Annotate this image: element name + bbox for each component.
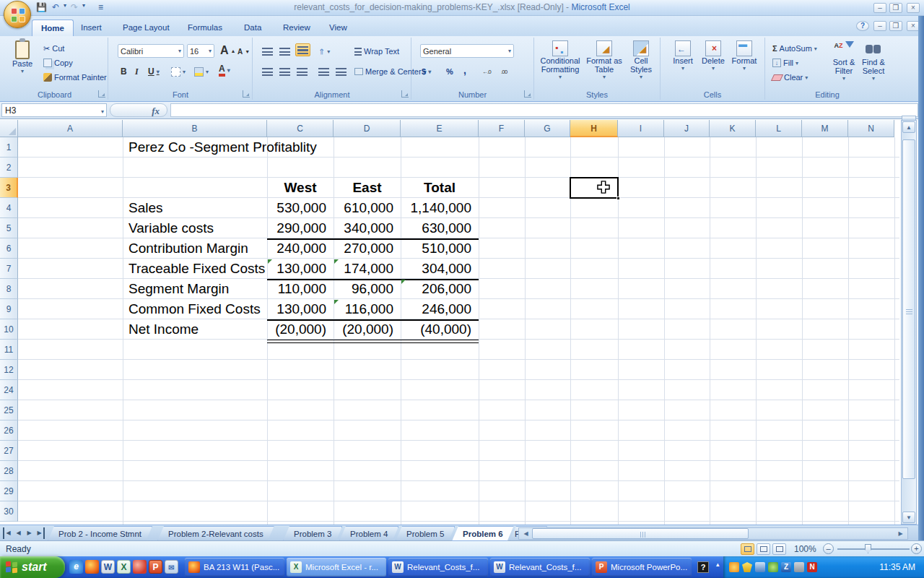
restore-button[interactable]: ❒ <box>889 3 902 13</box>
value-cell[interactable]: 110,000 <box>267 279 334 299</box>
fill-button[interactable]: ↓ Fill ▾ <box>771 56 800 69</box>
active-cell-h3[interactable] <box>570 177 619 199</box>
sheet-tab-prob2-income[interactable]: Prob 2 - Income Stmnt <box>48 526 152 541</box>
col-label-east[interactable]: East <box>334 178 401 198</box>
delete-cells-button[interactable]: × Delete ▾ <box>699 40 727 72</box>
tab-review[interactable]: Review <box>274 20 319 36</box>
workbook-minimize-button[interactable]: – <box>873 21 886 31</box>
first-sheet-icon[interactable]: ◀ <box>3 527 12 539</box>
value-cell[interactable]: 174,000 <box>334 259 401 279</box>
scroll-up-icon[interactable]: ▲ <box>902 121 915 133</box>
value-cell[interactable]: 240,000 <box>267 238 334 259</box>
column-header-l[interactable]: L <box>756 120 802 137</box>
value-cell[interactable]: 630,000 <box>401 218 479 238</box>
decrease-decimal-button[interactable]: .00 <box>500 65 508 78</box>
value-cell[interactable]: 270,000 <box>334 238 401 259</box>
sheet-tab-problem5[interactable]: Problem 5 <box>396 526 455 541</box>
value-cell[interactable]: 130,000 <box>267 299 334 319</box>
value-cell[interactable]: (40,000) <box>401 319 479 340</box>
row-header-2[interactable]: 2 <box>0 158 18 178</box>
font-color-button[interactable]: A ▾ <box>217 64 232 77</box>
powerpoint-icon[interactable]: P <box>149 560 162 574</box>
tray-icon-shield[interactable] <box>742 562 752 572</box>
tab-view[interactable]: View <box>321 20 356 36</box>
close-button[interactable]: × <box>907 3 920 13</box>
zoom-level[interactable]: 100% <box>794 544 816 554</box>
help-icon[interactable]: ? <box>856 21 869 31</box>
tray-icon-3[interactable] <box>755 562 765 572</box>
tray-icon-1[interactable] <box>729 562 739 572</box>
tab-insert[interactable]: Insert <box>72 20 110 36</box>
internet-explorer-icon[interactable]: e <box>69 560 83 574</box>
row-header-24[interactable]: 24 <box>0 380 18 400</box>
sheet-tab-problem4[interactable]: Problem 4 <box>339 526 398 541</box>
column-header-h[interactable]: H <box>570 120 618 137</box>
column-header-e[interactable]: E <box>401 120 479 137</box>
minimize-button[interactable]: – <box>873 3 886 13</box>
wrap-text-button[interactable]: Wrap Text <box>353 45 401 58</box>
column-header-i[interactable]: I <box>618 120 664 137</box>
find-select-button[interactable]: Find & Select ▾ <box>859 40 888 82</box>
zoom-slider-track[interactable] <box>837 548 910 550</box>
value-cell[interactable]: (20,000) <box>267 319 334 340</box>
column-header-k[interactable]: K <box>710 120 756 137</box>
word-icon[interactable]: W <box>101 560 115 574</box>
border-button[interactable]: ▾ <box>170 65 187 78</box>
tray-icon-4[interactable] <box>768 562 778 572</box>
vertical-scrollbar[interactable]: ▲ ▼ <box>901 120 917 525</box>
scroll-down-icon[interactable]: ▼ <box>902 512 915 523</box>
italic-button[interactable]: I <box>134 65 140 78</box>
value-cell[interactable]: 96,000 <box>334 279 401 299</box>
help-tray-icon[interactable]: ? <box>697 561 709 573</box>
horizontal-scrollbar[interactable]: ◀ ▶ <box>518 527 908 540</box>
workbook-restore-button[interactable]: ❒ <box>889 21 902 31</box>
row-header-26[interactable]: 26 <box>0 420 18 441</box>
col-label-total[interactable]: Total <box>401 178 479 198</box>
taskbar-button-excel-active[interactable]: X Microsoft Excel - r... <box>287 558 386 577</box>
column-header-m[interactable]: M <box>802 120 848 137</box>
column-header-n[interactable]: N <box>848 120 894 137</box>
value-cell[interactable]: 290,000 <box>267 218 334 238</box>
increase-decimal-button[interactable]: ←.0 <box>481 65 492 78</box>
excel-icon[interactable]: X <box>117 560 131 574</box>
row-header-29[interactable]: 29 <box>0 481 18 501</box>
scroll-right-icon[interactable]: ▶ <box>895 529 906 538</box>
vertical-scroll-thumb[interactable] <box>902 139 915 479</box>
value-cell[interactable]: (20,000) <box>334 319 401 340</box>
clipboard-dialog-launcher[interactable] <box>98 90 105 98</box>
row-label[interactable]: Contribution Margin <box>128 238 273 259</box>
column-header-f[interactable]: F <box>479 120 525 137</box>
sheet-title-cell[interactable]: Perez Co -Segment Profitablity <box>128 137 432 158</box>
column-header-c[interactable]: C <box>267 120 334 137</box>
row-header-25[interactable]: 25 <box>0 400 18 420</box>
row-header-12[interactable]: 12 <box>0 360 18 380</box>
value-cell[interactable]: 1,140,000 <box>401 198 479 218</box>
cell-styles-button[interactable]: ◢ Cell Styles ▾ <box>625 40 657 80</box>
tray-icon-n[interactable]: N <box>807 562 817 572</box>
underline-button[interactable]: U▾ <box>147 65 161 78</box>
align-left-button[interactable] <box>261 65 274 78</box>
align-center-button[interactable] <box>278 65 292 78</box>
fill-color-button[interactable]: ▾ <box>193 65 210 78</box>
accounting-format-button[interactable]: $▾ <box>420 65 432 78</box>
fill-handle[interactable] <box>616 197 620 200</box>
font-size-select[interactable]: 16▾ <box>187 44 214 58</box>
value-cell[interactable]: 206,000 <box>401 279 479 299</box>
number-format-select[interactable]: General▾ <box>420 44 514 58</box>
taskbar-button-word-doc2[interactable]: W Relevant_Costs_f... <box>490 558 590 577</box>
value-cell[interactable]: 610,000 <box>334 198 401 218</box>
clear-button[interactable]: Clear ▾ <box>771 71 809 84</box>
scroll-left-icon[interactable]: ◀ <box>520 529 531 538</box>
tray-icon-6[interactable] <box>794 562 804 572</box>
column-header-d[interactable]: D <box>334 120 401 137</box>
grow-font-button[interactable]: A▲ <box>219 44 237 57</box>
office-button[interactable] <box>4 1 31 28</box>
align-right-button[interactable] <box>295 65 309 78</box>
horizontal-scroll-thumb[interactable] <box>532 528 749 539</box>
outlook-express-icon[interactable]: ✉ <box>165 560 178 574</box>
formula-input[interactable] <box>170 103 918 117</box>
normal-view-button[interactable] <box>741 543 754 555</box>
row-header-30[interactable]: 30 <box>0 501 18 522</box>
row-header-11[interactable]: 11 <box>0 340 18 360</box>
column-header-j[interactable]: J <box>664 120 710 137</box>
